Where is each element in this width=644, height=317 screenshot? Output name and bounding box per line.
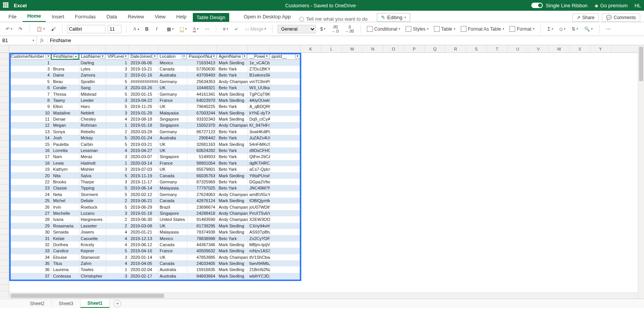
column-header[interactable]: M <box>342 45 363 52</box>
grow-font-button[interactable]: A▴ <box>131 25 141 33</box>
table-header[interactable]: __Powe▾ <box>248 53 270 59</box>
table-header[interactable]: ppsId__▾ <box>270 53 301 59</box>
table-header[interactable]: DateJoined▾ <box>129 53 158 59</box>
tab-formulas[interactable]: Formulas <box>71 11 100 22</box>
table-row[interactable]: 16LorrettaLessman42019-04-27UK60624282Be… <box>9 147 301 154</box>
borders-button[interactable]: ▦▾ <box>165 25 176 33</box>
format-cells-button[interactable]: Format▾ <box>508 25 536 33</box>
table-row[interactable]: 7ThresaMilstead52020-01-15Germany4416134… <box>9 91 301 97</box>
filter-button[interactable]: ▾ <box>73 54 78 59</box>
filter-button[interactable]: ▾ <box>264 54 269 59</box>
comments-button[interactable]: 💬Comments <box>602 13 640 22</box>
table-row[interactable]: 36LaurenaTowles12020-02-04Australia15916… <box>9 266 301 273</box>
column-header[interactable]: K <box>301 45 321 52</box>
table-header[interactable]: FirstName▾ <box>51 53 79 59</box>
tell-me-search[interactable]: Tell me what you want to do <box>299 16 368 22</box>
table-row[interactable]: 14JoshMckay52020-01-24Australia2906442Be… <box>9 135 301 141</box>
table-row[interactable]: 34ElouiseStanwood32020-01-14UK47853885An… <box>9 254 301 260</box>
table-row[interactable]: 22BrooksTharpe32019-11-17Germany87325969… <box>9 179 301 185</box>
app-launcher-icon[interactable] <box>3 2 9 8</box>
table-row[interactable]: 15PaulettaCarbin52019-03-21UK32881163Mar… <box>9 141 301 147</box>
table-row[interactable]: 28IvanaHargreaves22019-06-30United State… <box>9 216 301 222</box>
single-line-ribbon-toggle[interactable]: Single Line Ribbon <box>531 3 588 8</box>
currency-button[interactable]: $▾ <box>318 25 327 33</box>
insert-table-button[interactable]: Table▾ <box>432 25 457 33</box>
number-format-select[interactable]: General <box>278 25 316 33</box>
format-painter-button[interactable]: 🖌 <box>49 25 58 33</box>
bold-button[interactable]: B <box>143 25 152 33</box>
name-box[interactable]: B1▾ <box>0 36 37 45</box>
tab-data[interactable]: Data <box>102 11 122 22</box>
table-row[interactable]: 10MadalineNeblett32019-01-28Malayasia670… <box>9 110 301 116</box>
font-name-input[interactable] <box>67 25 105 33</box>
conditional-formatting-button[interactable]: Conditional▾ <box>365 25 402 33</box>
table-row[interactable]: 1Darling12019-06-06Mexico71833413Mark Si… <box>9 59 301 65</box>
column-header[interactable]: T <box>487 45 508 52</box>
vertical-scrollbar[interactable] <box>638 45 644 299</box>
column-header[interactable]: P <box>404 45 425 52</box>
editing-mode-button[interactable]: ✎ Editing ▾ <box>377 13 410 22</box>
filter-button[interactable]: ▾ <box>153 54 158 59</box>
filter-button[interactable]: ▾ <box>100 54 105 59</box>
table-row[interactable]: 5BeauSpratlin5############Germany2563435… <box>9 78 301 85</box>
fill-color-button[interactable]: ⬚▾ <box>178 25 189 33</box>
column-header[interactable]: R <box>445 45 466 52</box>
scroll-thumb[interactable] <box>11 294 164 298</box>
redo-button[interactable]: ↷ <box>16 25 25 33</box>
user-avatar[interactable]: HL <box>634 3 641 8</box>
spreadsheet-grid[interactable]: KLMNOPQRSTUVWXY CustomerNumber▾FirstName… <box>0 45 644 299</box>
table-header[interactable]: VIPLevel▾ <box>106 53 129 59</box>
formula-input[interactable]: FirstName <box>48 38 644 43</box>
table-row[interactable]: 27MechelleLozano32019-01-18Singapore2428… <box>9 210 301 216</box>
add-sheet-button[interactable]: + <box>113 300 121 307</box>
tab-help[interactable]: Help <box>172 11 191 22</box>
wrap-text-button[interactable]: ⤶ <box>232 25 241 33</box>
filter-button[interactable]: ▾ <box>242 54 247 59</box>
column-header[interactable]: S <box>466 45 487 52</box>
table-row[interactable]: 26IrvinRoebuck52019-06-29Brazil23698674A… <box>9 204 301 210</box>
clear-button[interactable]: ◇▾ <box>557 25 567 33</box>
filter-button[interactable]: ▾ <box>212 54 217 59</box>
more-font-button[interactable]: ⋯ <box>203 25 211 33</box>
table-row[interactable]: 3BrunaLyles32019-10-21Canada57350630Beto… <box>9 66 301 72</box>
merge-button[interactable]: ▭ Merge▾ <box>243 25 268 33</box>
column-header[interactable]: Q <box>425 45 445 52</box>
data-table[interactable]: CustomerNumber▾FirstName▾LastName▾VIPLev… <box>9 53 301 279</box>
tab-insert[interactable]: Insert <box>47 11 69 22</box>
document-title[interactable]: Customers - Saved to OneDrive▾ <box>285 3 359 8</box>
column-header[interactable]: X <box>570 45 590 52</box>
find-button[interactable]: 🔍▾ <box>582 25 595 33</box>
filter-button[interactable]: ▾ <box>46 54 51 59</box>
tab-table-design[interactable]: Table Design <box>193 13 229 22</box>
table-row[interactable]: 4DaineZamora22019-01-16Australia43709493… <box>9 72 301 78</box>
increase-decimal-button[interactable]: .0→.00 <box>343 24 356 34</box>
cell-styles-button[interactable]: Styles▾ <box>404 25 430 33</box>
table-header[interactable]: LastName▾ <box>79 53 106 59</box>
table-row[interactable]: 18LewisHadnott12020-03-14France98901054B… <box>9 160 301 166</box>
table-row[interactable]: 24NetaStorment52020-02-12Germany27624063… <box>9 191 301 198</box>
table-header[interactable]: AgentName▾ <box>217 53 248 59</box>
column-header[interactable]: L <box>321 45 342 52</box>
sheet-tab-sheet1[interactable]: Sheet1 <box>80 299 110 308</box>
filter-button[interactable]: ▾ <box>295 54 300 59</box>
table-row[interactable]: 23ClassieTipping52019-06-14Malayasia7779… <box>9 185 301 191</box>
sheet-tab-sheet2[interactable]: Sheet2 <box>23 300 52 307</box>
go-premium-button[interactable]: ◈ Go premium <box>595 3 628 8</box>
tab-review[interactable]: Review <box>123 11 149 22</box>
tab-home[interactable]: Home <box>23 11 46 22</box>
table-row[interactable]: 19KathyrnMishler32019-07-03UK85579801Bet… <box>9 166 301 172</box>
table-row[interactable]: 31KelsieCaouette42019-12-13Mexico7883899… <box>9 235 301 241</box>
horizontal-scrollbar[interactable] <box>9 292 638 299</box>
table-row[interactable]: 25MichelDelisle22019-06-21Canada42876124… <box>9 198 301 204</box>
undo-button[interactable]: ↶▾ <box>4 25 14 33</box>
table-row[interactable]: 11DenaeChesley42019-08-18Singapore933323… <box>9 116 301 122</box>
table-row[interactable]: 37ContessaChristopher32020-02-17Australi… <box>9 273 301 279</box>
sheet-tab-sheet3[interactable]: Sheet3 <box>52 300 80 307</box>
table-header[interactable]: CustomerNumber▾ <box>9 53 51 59</box>
autosum-button[interactable]: Σ▾ <box>545 25 555 33</box>
column-header[interactable]: O <box>383 45 404 52</box>
scroll-thumb[interactable] <box>639 47 643 81</box>
column-header[interactable]: V <box>528 45 549 52</box>
font-size-input[interactable] <box>108 25 122 33</box>
table-row[interactable]: 17NamMeraz32020-03-07Singapore5149933Bet… <box>9 154 301 160</box>
